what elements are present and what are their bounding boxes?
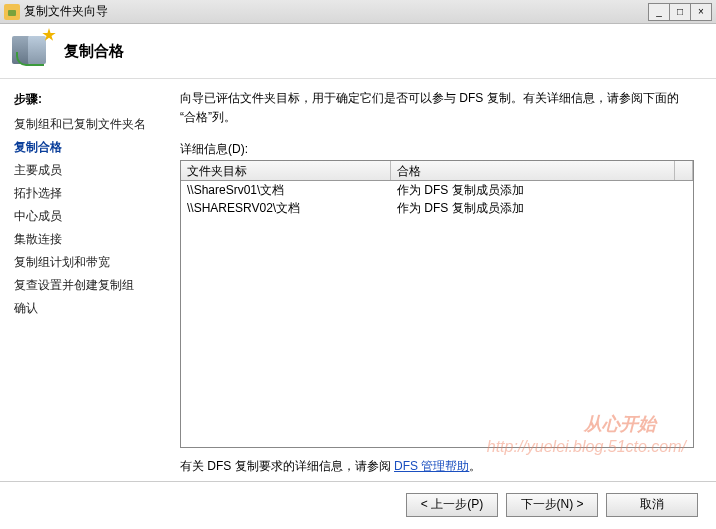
- close-button[interactable]: ×: [690, 3, 712, 21]
- intro-text: 向导已评估文件夹目标，用于确定它们是否可以参与 DFS 复制。有关详细信息，请参…: [180, 89, 694, 127]
- main-content: 向导已评估文件夹目标，用于确定它们是否可以参与 DFS 复制。有关详细信息，请参…: [180, 79, 716, 481]
- step-item[interactable]: 复制组和已复制文件夹名: [14, 116, 166, 133]
- cell-target: \\SHARESRV02\文档: [181, 199, 391, 217]
- step-item[interactable]: 复制组计划和带宽: [14, 254, 166, 271]
- cell-status: 作为 DFS 复制成员添加: [391, 181, 693, 199]
- maximize-button[interactable]: □: [669, 3, 691, 21]
- cancel-button[interactable]: 取消: [606, 493, 698, 517]
- wizard-header: 复制合格: [0, 24, 716, 79]
- step-item[interactable]: 复制合格: [14, 139, 166, 156]
- minimize-button[interactable]: _: [648, 3, 670, 21]
- next-button[interactable]: 下一步(N) >: [506, 493, 598, 517]
- step-item[interactable]: 复查设置并创建复制组: [14, 277, 166, 294]
- wizard-footer: < 上一步(P) 下一步(N) > 取消: [0, 481, 716, 527]
- details-list[interactable]: 文件夹目标 合格 \\ShareSrv01\文档作为 DFS 复制成员添加\\S…: [180, 160, 694, 448]
- col-status[interactable]: 合格: [391, 161, 675, 180]
- window-controls: _ □ ×: [649, 3, 712, 21]
- step-item[interactable]: 确认: [14, 300, 166, 317]
- app-icon: [4, 4, 20, 20]
- help-link[interactable]: DFS 管理帮助: [394, 459, 469, 473]
- help-line: 有关 DFS 复制要求的详细信息，请参阅 DFS 管理帮助。: [180, 458, 694, 475]
- steps-label: 步骤:: [14, 91, 166, 108]
- page-title: 复制合格: [64, 42, 124, 61]
- back-button[interactable]: < 上一步(P): [406, 493, 498, 517]
- wizard-icon: [12, 30, 54, 72]
- col-target[interactable]: 文件夹目标: [181, 161, 391, 180]
- cell-status: 作为 DFS 复制成员添加: [391, 199, 693, 217]
- step-item[interactable]: 主要成员: [14, 162, 166, 179]
- step-item[interactable]: 集散连接: [14, 231, 166, 248]
- step-item[interactable]: 中心成员: [14, 208, 166, 225]
- steps-sidebar: 步骤: 复制组和已复制文件夹名复制合格主要成员拓扑选择中心成员集散连接复制组计划…: [0, 79, 180, 481]
- step-item[interactable]: 拓扑选择: [14, 185, 166, 202]
- list-header: 文件夹目标 合格: [181, 161, 693, 181]
- col-spacer: [675, 161, 693, 180]
- table-row[interactable]: \\ShareSrv01\文档作为 DFS 复制成员添加: [181, 181, 693, 199]
- help-prefix: 有关 DFS 复制要求的详细信息，请参阅: [180, 459, 394, 473]
- cell-target: \\ShareSrv01\文档: [181, 181, 391, 199]
- title-bar: 复制文件夹向导 _ □ ×: [0, 0, 716, 24]
- table-row[interactable]: \\SHARESRV02\文档作为 DFS 复制成员添加: [181, 199, 693, 217]
- window-title: 复制文件夹向导: [24, 3, 108, 20]
- details-label: 详细信息(D):: [180, 141, 694, 158]
